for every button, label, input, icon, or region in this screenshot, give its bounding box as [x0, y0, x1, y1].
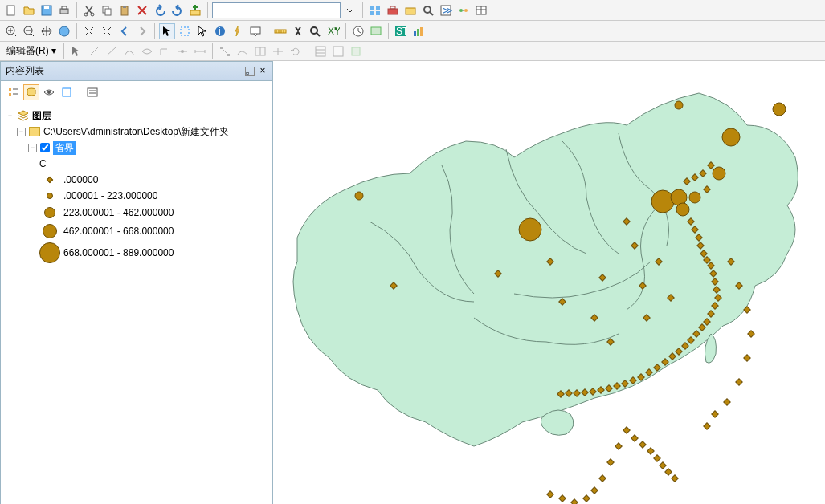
tree-layer[interactable]: − 省界 [6, 140, 268, 156]
list-by-selection-icon[interactable] [59, 84, 75, 100]
rotate-icon[interactable] [288, 43, 304, 59]
hyperlink-icon[interactable] [230, 23, 246, 39]
midpoint-icon[interactable] [174, 43, 190, 59]
undo-icon[interactable] [152, 2, 168, 18]
sketch-properties-icon[interactable] [330, 43, 346, 59]
create-viewer-icon[interactable] [368, 23, 384, 39]
svg-point-27 [59, 26, 69, 36]
folder-path: C:\Users\Administrator\Desktop\新建文件夹 [43, 125, 229, 139]
select-features-icon[interactable] [159, 23, 175, 39]
attributes-icon[interactable] [312, 43, 329, 59]
legend-item: 462.000001 - 668.000000 [6, 222, 268, 241]
layer-visibility-checkbox[interactable] [40, 143, 50, 152]
copy-icon[interactable] [99, 2, 115, 18]
paste-icon[interactable] [116, 2, 133, 18]
split-icon[interactable] [270, 43, 286, 59]
edit-vertices-icon[interactable] [217, 43, 233, 59]
edit-tool-icon[interactable] [68, 43, 84, 59]
expander-icon[interactable]: − [28, 144, 37, 152]
right-angle-icon[interactable] [157, 43, 173, 59]
svg-rect-141 [704, 423, 710, 429]
search-icon[interactable] [420, 2, 436, 18]
svg-point-60 [722, 128, 740, 146]
svg-point-33 [311, 27, 317, 34]
find-icon[interactable] [290, 23, 306, 39]
python-icon[interactable]: ≫ [438, 2, 454, 18]
expander-icon[interactable]: − [17, 128, 26, 136]
end-point-arc-icon[interactable] [121, 43, 137, 59]
toc-title-text: 内容列表 [6, 64, 44, 78]
tree-root[interactable]: − 图层 [6, 108, 268, 124]
list-by-source-icon[interactable] [23, 84, 39, 100]
save-icon[interactable] [39, 2, 55, 18]
print-icon[interactable] [56, 2, 72, 18]
next-extent-icon[interactable] [134, 23, 150, 39]
reshape-icon[interactable] [235, 43, 251, 59]
catalog-icon[interactable] [402, 2, 419, 18]
add-data-icon[interactable] [187, 2, 203, 18]
svg-rect-39 [414, 31, 416, 36]
html-popup-icon[interactable] [247, 23, 263, 39]
model-icon[interactable] [455, 2, 472, 18]
pan-icon[interactable] [39, 23, 55, 39]
create-features-icon[interactable] [348, 43, 364, 59]
expander-icon[interactable]: − [6, 112, 14, 120]
fixed-zoom-in-icon[interactable] [81, 23, 97, 39]
cut-polygons-icon[interactable] [252, 43, 268, 59]
editor-menu[interactable]: 编辑器(R) ▾ [3, 44, 59, 58]
field-label: C [39, 158, 47, 169]
measure-icon[interactable] [272, 23, 288, 39]
zoom-in-icon[interactable] [3, 23, 19, 39]
table-icon[interactable] [473, 2, 489, 18]
pin-icon[interactable]: ▫ [245, 67, 255, 76]
list-by-visibility-icon[interactable] [41, 84, 57, 100]
straight-segment-icon[interactable] [104, 43, 120, 59]
chart-icon[interactable] [410, 23, 427, 39]
redo-icon[interactable] [169, 2, 186, 18]
cut-icon[interactable] [81, 2, 97, 18]
legend-label: .000000 [63, 174, 98, 185]
map-view[interactable] [273, 61, 825, 504]
toolbox-icon[interactable] [385, 2, 401, 18]
options-icon[interactable] [84, 84, 100, 100]
svg-rect-8 [105, 9, 111, 15]
svg-rect-14 [370, 11, 374, 15]
open-icon[interactable] [21, 2, 37, 18]
find-route-icon[interactable] [308, 23, 324, 39]
time-slider-icon[interactable] [350, 23, 366, 39]
full-extent-icon[interactable] [56, 23, 72, 39]
layer-name[interactable]: 省界 [53, 141, 76, 155]
scale-dropdown[interactable] [212, 2, 341, 18]
clear-selection-icon[interactable] [177, 23, 193, 39]
map-canvas[interactable] [273, 61, 825, 504]
identify-icon[interactable]: i [212, 23, 228, 39]
list-by-drawing-order-icon[interactable] [6, 84, 22, 100]
edit-annotation-icon[interactable] [86, 43, 102, 59]
layer-tree: − 图层 − C:\Users\Administrator\Desktop\新建… [1, 104, 272, 268]
fixed-zoom-out-icon[interactable] [99, 23, 115, 39]
svg-rect-139 [724, 399, 730, 405]
svg-point-58 [676, 203, 689, 216]
new-icon[interactable] [3, 2, 19, 18]
svg-rect-123 [665, 469, 672, 475]
delete-icon[interactable] [134, 2, 150, 18]
svg-point-63 [675, 101, 683, 109]
svg-text:≫: ≫ [443, 5, 452, 16]
svg-point-22 [459, 9, 463, 12]
distance-icon[interactable] [192, 43, 208, 59]
zoom-out-icon[interactable] [21, 23, 37, 39]
go-to-xy-icon[interactable]: XY [325, 23, 341, 39]
st-icon[interactable]: ST [393, 23, 409, 39]
prev-extent-icon[interactable] [116, 23, 133, 39]
tree-folder[interactable]: − C:\Users\Administrator\Desktop\新建文件夹 [6, 124, 268, 140]
svg-rect-17 [390, 6, 395, 9]
scale-dropdown-arrow-icon[interactable] [342, 2, 358, 18]
svg-point-23 [464, 9, 468, 12]
editor-toolbar-icon[interactable] [367, 2, 383, 18]
svg-point-56 [651, 190, 674, 213]
select-elements-icon[interactable] [194, 23, 210, 39]
svg-rect-120 [647, 448, 654, 454]
legend-label: 223.000001 - 462.000000 [63, 207, 174, 218]
close-panel-icon[interactable]: × [258, 67, 268, 76]
trace-icon[interactable] [139, 43, 155, 59]
